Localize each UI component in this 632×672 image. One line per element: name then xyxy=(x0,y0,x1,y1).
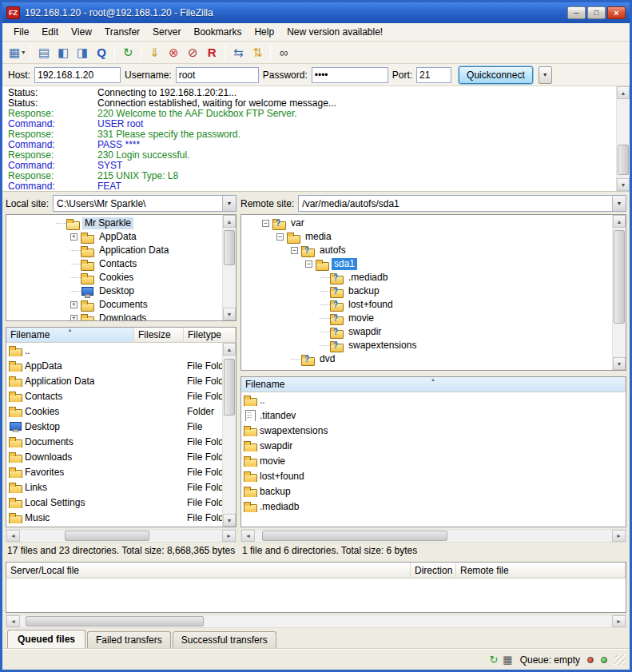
resize-grip[interactable] xyxy=(614,654,625,665)
toggle-message-log-button[interactable]: ▤ xyxy=(34,43,54,62)
file-row-mediadb[interactable]: .mediadb xyxy=(241,499,626,514)
tree-node-lost-found[interactable]: ?lost+found xyxy=(243,298,611,312)
disconnect-button[interactable]: ⊘ xyxy=(183,43,202,62)
password-input[interactable] xyxy=(312,67,388,83)
scroll-right-button[interactable]: ► xyxy=(222,530,236,542)
scrollbar-track[interactable] xyxy=(20,530,222,542)
tree-node-documents[interactable]: +Documents xyxy=(8,298,221,312)
collapse-icon[interactable]: − xyxy=(262,220,269,227)
dropdown-arrow-icon[interactable]: ▾ xyxy=(22,49,25,56)
scrollbar-thumb[interactable] xyxy=(65,531,149,541)
expand-icon[interactable]: + xyxy=(70,301,78,308)
scroll-down-button[interactable]: ▼ xyxy=(223,514,236,527)
scroll-down-button[interactable]: ▼ xyxy=(617,178,630,191)
menu-item-help[interactable]: Help xyxy=(248,24,280,40)
toggle-queue-button[interactable]: Q xyxy=(92,43,111,62)
scroll-left-button[interactable]: ◄ xyxy=(6,615,20,627)
file-row-cookies[interactable]: CookiesFolder xyxy=(6,404,222,419)
directory-comparison-button[interactable]: ⇆ xyxy=(229,43,248,62)
tree-node-swapdir[interactable]: ?swapdir xyxy=(243,325,611,339)
file-row-appdata[interactable]: AppDataFile Folder xyxy=(6,358,222,373)
tree-node-application-data[interactable]: Application Data xyxy=(8,244,221,257)
log-vertical-scrollbar[interactable]: ▲ ▼ xyxy=(616,86,630,191)
remote-site-combobox[interactable]: /var/media/autofs/sda1 ▼ xyxy=(298,195,626,212)
menu-item-new-version-available[interactable]: New version available! xyxy=(280,24,389,40)
column-header-filetype[interactable]: Filetype xyxy=(184,328,236,342)
reconnect-button[interactable]: R xyxy=(202,43,221,62)
scrollbar-thumb[interactable] xyxy=(614,230,625,324)
combo-dropdown-icon[interactable]: ▼ xyxy=(222,196,236,211)
scrollbar-track[interactable] xyxy=(223,228,236,308)
collapse-icon[interactable]: − xyxy=(276,233,284,241)
file-row-movie[interactable]: movie xyxy=(241,453,626,468)
scroll-down-button[interactable]: ▼ xyxy=(223,308,236,320)
scrollbar-track[interactable] xyxy=(255,530,612,542)
file-row-swapdir[interactable]: swapdir xyxy=(241,438,626,453)
tree-node-var[interactable]: −?var xyxy=(243,217,611,230)
file-row-lost-found[interactable]: lost+found xyxy=(241,468,626,483)
menu-item-transfer[interactable]: Transfer xyxy=(98,24,146,40)
local-site-combobox[interactable]: C:\Users\Mr Sparkle\ ▼ xyxy=(53,195,237,212)
maximize-button[interactable]: □ xyxy=(587,6,606,19)
remote-horizontal-scrollbar[interactable]: ◄ ► xyxy=(240,529,626,543)
expand-icon[interactable]: + xyxy=(70,233,78,241)
toggle-local-tree-button[interactable]: ◧ xyxy=(54,43,73,62)
refresh-button[interactable]: ↻ xyxy=(118,43,137,62)
tree-node-dvd[interactable]: ?dvd xyxy=(243,352,611,366)
scrollbar-track[interactable] xyxy=(617,99,630,178)
tree-node-cookies[interactable]: Cookies xyxy=(8,271,221,284)
queue-column-direction[interactable]: Direction xyxy=(411,563,456,578)
scrollbar-thumb[interactable] xyxy=(224,230,235,265)
file-row-item[interactable]: .. xyxy=(241,392,626,408)
scrollbar-thumb[interactable] xyxy=(224,359,235,416)
file-row-music[interactable]: MusicFile Folder xyxy=(6,510,222,525)
queue-body[interactable] xyxy=(6,579,626,612)
quickconnect-button[interactable]: Quickconnect xyxy=(459,66,533,84)
tree-node-media[interactable]: −media xyxy=(243,230,611,244)
scrollbar-thumb[interactable] xyxy=(26,616,203,626)
port-input[interactable] xyxy=(416,67,451,83)
scroll-up-button[interactable]: ▲ xyxy=(223,343,236,356)
scrollbar-track[interactable] xyxy=(20,615,612,627)
menu-item-edit[interactable]: Edit xyxy=(35,24,65,40)
synchronized-browsing-button[interactable]: ⇅ xyxy=(248,43,267,62)
process-queue-button[interactable]: ⇓ xyxy=(145,43,164,62)
username-input[interactable] xyxy=(176,67,259,83)
column-header-filename[interactable]: Filename▲ xyxy=(6,328,134,342)
scrollbar-thumb[interactable] xyxy=(618,145,629,175)
tree-node-mr-sparkle[interactable]: Mr Sparkle xyxy=(8,217,221,230)
expand-icon[interactable]: + xyxy=(70,315,78,320)
menu-item-file[interactable]: File xyxy=(7,24,35,40)
scroll-up-button[interactable]: ▲ xyxy=(223,215,236,228)
file-row-links[interactable]: LinksFile Folder xyxy=(6,479,222,495)
find-files-button[interactable]: ∞ xyxy=(274,43,293,62)
tree-node-sda1[interactable]: −sda1 xyxy=(243,257,611,271)
collapse-icon[interactable]: − xyxy=(305,260,312,268)
file-row-local-settings[interactable]: Local SettingsFile Folder xyxy=(6,495,222,510)
file-row-backup[interactable]: backup xyxy=(241,483,626,499)
scrollbar-thumb[interactable] xyxy=(262,531,447,541)
tree-node-desktop[interactable]: Desktop xyxy=(8,284,221,298)
close-button[interactable]: × xyxy=(607,6,626,19)
file-row-swapextensions[interactable]: swapextensions xyxy=(241,423,626,438)
file-row-downloads[interactable]: DownloadsFile Folder xyxy=(6,449,222,464)
scrollbar-track[interactable] xyxy=(613,228,626,357)
scroll-up-button[interactable]: ▲ xyxy=(617,86,630,99)
menu-item-view[interactable]: View xyxy=(65,24,98,40)
file-row-item[interactable]: .. xyxy=(6,343,222,358)
tree-node-downloads[interactable]: +Downloads xyxy=(8,312,221,320)
tree-node-movie[interactable]: ?movie xyxy=(243,312,611,325)
tab-queued-files[interactable]: Queued files xyxy=(7,630,85,649)
queue-column-remote-file[interactable]: Remote file xyxy=(456,563,626,578)
column-header-filesize[interactable]: Filesize xyxy=(134,328,184,342)
file-row-contacts[interactable]: ContactsFile Folder xyxy=(6,388,222,404)
local-tree-vertical-scrollbar[interactable]: ▲ ▼ xyxy=(222,215,236,320)
tree-node-appdata[interactable]: +AppData xyxy=(8,230,221,244)
scroll-up-button[interactable]: ▲ xyxy=(613,215,626,228)
site-manager-button[interactable]: ▦▾ xyxy=(6,43,27,62)
tree-node-swapextensions[interactable]: ?swapextensions xyxy=(243,339,611,352)
scroll-left-button[interactable]: ◄ xyxy=(6,530,20,542)
scrollbar-track[interactable] xyxy=(223,356,236,514)
column-header-filename[interactable]: Filename▲ xyxy=(241,377,626,392)
tree-node-backup[interactable]: ?backup xyxy=(243,284,611,298)
